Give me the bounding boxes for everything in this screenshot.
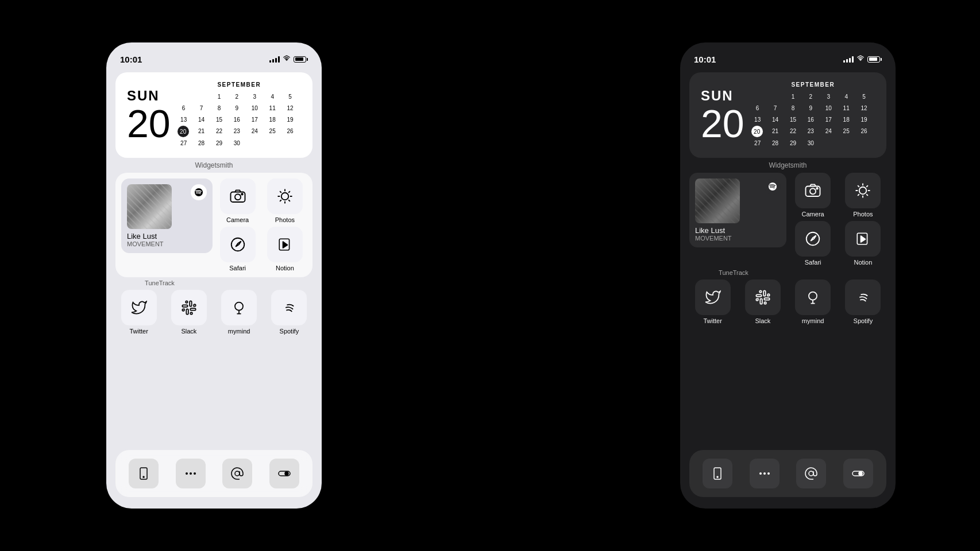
safari-app-dark[interactable]: Safari: [790, 221, 836, 266]
tunetrack-widget-light[interactable]: Like Lust MOVEMENT: [121, 179, 213, 253]
svg-point-23: [717, 476, 718, 478]
svg-point-27: [809, 471, 813, 476]
svg-point-8: [143, 476, 144, 478]
mymind-label-dark: mymind: [802, 317, 824, 324]
app-row-dark: Twitter: [689, 280, 886, 324]
widgetsmith-label-dark: Widgetsmith: [689, 161, 886, 169]
battery-icon-dark: [867, 56, 882, 63]
dock-phone-dark[interactable]: [696, 456, 739, 491]
slack-icon-light: [171, 290, 207, 325]
dark-phone: 10:01: [680, 42, 896, 509]
mymind-app-dark[interactable]: mymind: [790, 280, 836, 324]
cal-month-dark: SEPTEMBER: [751, 82, 875, 88]
notion-app-light[interactable]: Notion: [263, 227, 307, 271]
slack-app-dark[interactable]: Slack: [739, 280, 786, 324]
photos-app-light[interactable]: Photos: [263, 179, 307, 223]
dock-dots-dark[interactable]: [743, 456, 786, 491]
tunetrack-info-dark: Like Lust MOVEMENT: [695, 226, 732, 242]
status-icons-light: [269, 55, 308, 64]
twitter-app-light[interactable]: Twitter: [115, 290, 162, 335]
tunetrack-label-row-light: TuneTrack: [125, 280, 312, 286]
svg-point-21: [809, 292, 817, 300]
notion-app-dark[interactable]: Notion: [840, 221, 886, 266]
svg-point-18: [816, 188, 818, 189]
photos-label-dark: Photos: [853, 211, 873, 218]
svg-point-10: [190, 472, 192, 475]
camera-icon-dark: [795, 173, 831, 208]
notion-label-dark: Notion: [854, 259, 872, 266]
svg-point-15: [765, 179, 781, 195]
safari-icon-light: [220, 227, 256, 262]
dock-dark: [689, 450, 886, 497]
dock-at-light[interactable]: [217, 456, 259, 491]
spotify-mini-dark: [765, 179, 781, 195]
dock-toggle-light[interactable]: [263, 456, 306, 491]
notion-icon-light: [267, 227, 303, 262]
calendar-widget-dark: SUN 20 SEPTEMBER 1 2 3 4 5 6 7: [689, 72, 886, 158]
svg-point-24: [759, 472, 762, 475]
spotify-icon-dark: [845, 280, 881, 315]
app-grid-dark: Like Lust MOVEMENT Camera: [689, 173, 886, 266]
photos-icon-light: [267, 179, 303, 214]
safari-app-light[interactable]: Safari: [216, 227, 260, 271]
svg-point-3: [241, 193, 243, 195]
mymind-icon-dark: [795, 280, 831, 315]
svg-point-11: [194, 472, 196, 475]
cal-month-light: SEPTEMBER: [178, 82, 301, 88]
cal-day-number-dark: 20: [701, 104, 744, 143]
cal-cell: 1: [213, 91, 225, 102]
camera-app-dark[interactable]: Camera: [790, 173, 836, 218]
wifi-icon-dark: [856, 55, 865, 64]
notion-icon-dark: [845, 221, 881, 257]
mymind-label-light: mymind: [228, 328, 250, 335]
spotify-app-dark[interactable]: Spotify: [840, 280, 886, 324]
status-bar-light: 10:01: [106, 42, 322, 68]
photos-app-dark[interactable]: Photos: [840, 173, 886, 218]
dock-at-dark[interactable]: [790, 456, 833, 491]
tunetrack-title-light: Like Lust: [127, 232, 164, 240]
light-phone: 10:01: [106, 42, 322, 509]
album-art-light: [127, 184, 172, 229]
spotify-icon-light: [271, 290, 307, 325]
widgetsmith-label-light: Widgetsmith: [115, 161, 312, 169]
svg-point-29: [859, 472, 862, 475]
tunetrack-widget-dark[interactable]: Like Lust MOVEMENT: [689, 173, 786, 247]
tunetrack-label-light: TuneTrack: [122, 280, 197, 286]
tunetrack-title-dark: Like Lust: [695, 226, 732, 235]
svg-point-0: [191, 184, 207, 200]
dock-toggle-icon-dark: [843, 459, 873, 488]
cal-cell: 2: [230, 91, 243, 102]
battery-icon-light: [294, 56, 308, 63]
app-row-light: Twitter: [115, 290, 312, 335]
wifi-icon-light: [283, 55, 291, 64]
svg-point-9: [186, 472, 188, 475]
twitter-app-dark[interactable]: Twitter: [689, 280, 736, 324]
tunetrack-label-row-dark: TuneTrack: [699, 269, 886, 276]
mymind-app-light[interactable]: mymind: [216, 290, 263, 335]
photos-label-light: Photos: [275, 216, 295, 223]
cal-cell: 5: [284, 91, 296, 102]
app-grid-light: Like Lust MOVEMENT Camera: [115, 173, 312, 277]
camera-app-light[interactable]: Camera: [216, 179, 260, 223]
dock-dots-light[interactable]: [169, 456, 212, 491]
twitter-icon-dark: [695, 280, 731, 315]
dock-phone-light[interactable]: [122, 456, 165, 491]
spotify-mini-light: [191, 184, 207, 200]
svg-point-26: [767, 472, 770, 475]
photos-icon-dark: [845, 173, 881, 208]
status-icons-dark: [843, 55, 882, 64]
spotify-label-dark: Spotify: [854, 317, 873, 324]
signal-icon-light: [269, 56, 280, 63]
camera-icon-light: [220, 179, 256, 214]
spotify-app-light[interactable]: Spotify: [266, 290, 312, 335]
slack-app-light[interactable]: Slack: [165, 290, 212, 335]
notion-label-light: Notion: [276, 265, 294, 271]
spotify-label-light: Spotify: [280, 328, 299, 335]
tunetrack-artist-light: MOVEMENT: [127, 240, 164, 247]
tunetrack-artist-dark: MOVEMENT: [695, 235, 732, 242]
cal-right-light: SEPTEMBER 1 2 3 4 5 6 7 8 9: [178, 82, 301, 149]
safari-label-light: Safari: [229, 265, 246, 271]
phone-content-dark: SUN 20 SEPTEMBER 1 2 3 4 5 6 7: [680, 68, 896, 324]
dock-toggle-dark[interactable]: [837, 456, 879, 491]
safari-label-dark: Safari: [805, 259, 821, 266]
